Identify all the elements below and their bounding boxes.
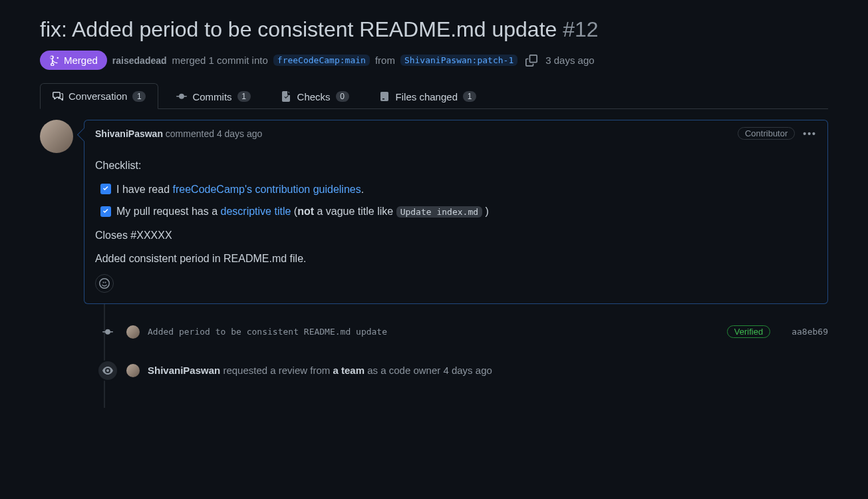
tab-checks[interactable]: Checks 0	[269, 83, 362, 109]
merged-time: 3 days ago	[545, 55, 594, 66]
commit-hash[interactable]: aa8eb69	[792, 327, 828, 337]
commit-event-row: Added period to be consistent README.md …	[97, 315, 828, 349]
event-text2: as a code owner	[367, 365, 440, 376]
comment-time[interactable]: 4 days ago	[217, 128, 263, 139]
event-time[interactable]: 4 days ago	[443, 365, 492, 376]
comment-action: commented	[166, 128, 214, 139]
comment-block: ShivaniPaswan commented 4 days ago Contr…	[40, 120, 828, 304]
merge-verb: merged 1 commit into	[172, 55, 268, 66]
smiley-icon	[99, 278, 110, 289]
checkbox-checked-icon[interactable]	[100, 184, 111, 194]
item2-mid2: a vague title like	[314, 206, 396, 217]
checklist-heading: Checklist:	[95, 157, 817, 174]
tab-commits[interactable]: Commits 1	[164, 83, 263, 109]
state-badge-merged: Merged	[40, 51, 107, 70]
body-line: Added consistent period in README.md fil…	[95, 250, 817, 267]
avatar[interactable]	[126, 325, 140, 339]
tab-commits-count: 1	[237, 91, 251, 102]
head-branch[interactable]: ShivaniPaswan:patch-1	[400, 55, 517, 66]
tab-checks-count: 0	[336, 91, 349, 102]
comment-author[interactable]: ShivaniPaswan	[95, 128, 163, 139]
closes-line: Closes #XXXXX	[95, 227, 817, 244]
tab-files-count: 1	[463, 91, 476, 102]
commit-message[interactable]: Added period to be consistent README.md …	[148, 327, 719, 337]
commit-icon	[102, 327, 113, 337]
pr-title-row: fix: Added period to be consistent READM…	[40, 16, 828, 43]
event-badge	[97, 360, 118, 381]
tab-conversation-label: Conversation	[69, 90, 127, 102]
avatar[interactable]	[40, 120, 73, 153]
item2-code: Update index.md	[396, 206, 482, 218]
from-word: from	[375, 55, 395, 66]
item2-suffix: )	[482, 206, 489, 217]
tab-conversation[interactable]: Conversation 1	[40, 83, 158, 109]
add-reaction-button[interactable]	[95, 274, 114, 293]
copy-branch-button[interactable]	[523, 52, 540, 69]
commits-icon	[176, 91, 187, 102]
item2-prefix: My pull request has a	[116, 206, 221, 217]
tab-commits-label: Commits	[192, 91, 231, 102]
merge-icon	[49, 55, 60, 66]
checklist-item-2: My pull request has a descriptive title …	[100, 203, 817, 220]
checklist-item-1: I have read freeCodeCamp's contribution …	[100, 181, 817, 198]
event-team: a team	[333, 365, 364, 376]
copy-icon	[525, 55, 537, 67]
tab-conversation-count: 1	[132, 91, 146, 102]
tab-files[interactable]: Files changed 1	[367, 83, 489, 109]
merged-by-user[interactable]: raisedadead	[112, 55, 167, 66]
tab-checks-label: Checks	[297, 91, 331, 102]
commit-badge	[97, 321, 118, 343]
base-branch[interactable]: freeCodeCamp:main	[273, 55, 370, 66]
eye-icon	[102, 365, 113, 376]
item1-suffix: .	[361, 184, 364, 195]
pr-title: fix: Added period to be consistent READM…	[40, 17, 557, 41]
item2-bold: not	[297, 206, 314, 217]
state-label: Merged	[64, 55, 98, 66]
verified-badge[interactable]: Verified	[727, 325, 770, 338]
item2-mid1: (	[291, 206, 297, 217]
event-text1: requested a review from	[223, 365, 330, 376]
pr-meta-row: Merged raisedadead merged 1 commit into …	[40, 51, 828, 70]
review-request-event: ShivaniPaswan requested a review from a …	[97, 349, 828, 381]
conversation-icon	[53, 91, 63, 102]
tab-files-label: Files changed	[396, 91, 458, 102]
checks-icon	[281, 91, 292, 102]
role-badge: Contributor	[738, 127, 795, 140]
pr-number: #12	[563, 17, 598, 41]
event-author[interactable]: ShivaniPaswan	[148, 365, 220, 376]
avatar[interactable]	[126, 364, 140, 377]
checkbox-checked-icon[interactable]	[100, 206, 111, 217]
item1-prefix: I have read	[116, 184, 173, 195]
comment-menu-button[interactable]: •••	[803, 128, 817, 139]
files-icon	[380, 91, 390, 102]
pr-tabs: Conversation 1 Commits 1 Checks 0 Files …	[40, 83, 828, 109]
descriptive-title-link[interactable]: descriptive title	[221, 206, 291, 217]
contribution-guidelines-link[interactable]: freeCodeCamp's contribution guidelines	[173, 184, 361, 195]
